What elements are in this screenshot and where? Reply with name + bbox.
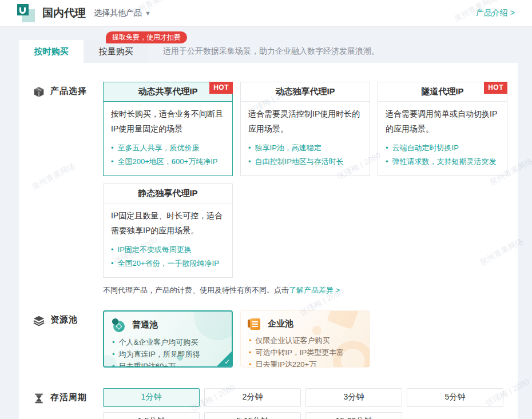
pool-bullet: 可选中转IP，IP类型更丰富 <box>249 346 362 358</box>
note-text: 不同代理产品，产品的计费、使用及特性有所不同。点击 <box>103 286 289 294</box>
tab-label: 按量购买 <box>99 46 133 57</box>
product-card-title: 隧道代理IP <box>421 86 463 97</box>
product-card-bullets: IP固定不变或每周更换全国20+省份，一手散段纯净IP <box>111 243 225 270</box>
product-card[interactable]: 隧道代理IP HOT 适合需要调用简单或自动切换IP的应用场景。 云端自动定时切… <box>378 82 507 176</box>
product-difference-note: 不同代理产品，产品的计费、使用及特性有所不同。点击了解产品差异 > <box>103 285 507 296</box>
section-label-period: 存活周期 <box>50 392 87 403</box>
pool-name: 普通池 <box>132 320 158 330</box>
product-card-bullet: 至多五人共享，质优价廉 <box>111 141 225 155</box>
normal-pool-icon <box>112 318 126 332</box>
purchase-tab[interactable]: 按时购买 <box>19 40 84 63</box>
section-label-pool: 资源池 <box>50 314 78 325</box>
tabs-container: 按时购买按量购买 <box>19 40 148 63</box>
product-card-bullet: 云端自动定时切换IP <box>386 141 499 155</box>
period-option[interactable]: 15-30分钟 <box>305 412 402 419</box>
period-option[interactable]: 2分钟 <box>204 388 301 407</box>
product-card[interactable]: 静态独享代理IP IP固定且数量、时长可控，适合需要独享IP的应用场景。 IP固… <box>103 183 233 278</box>
product-card-bullets: 云端自动定时切换IP弹性请求数，支持短期灵活突发 <box>386 141 499 169</box>
pool-bullet: 仅限企业认证客户购买 <box>249 334 362 346</box>
period-option[interactable]: 5-15分钟 <box>204 412 301 419</box>
section-label-product: 产品选择 <box>50 86 87 97</box>
product-card-bullets: 独享IP池，高速稳定自由控制IP地区与存活时长 <box>248 141 362 169</box>
product-card-title: 动态独享代理IP <box>275 86 335 97</box>
product-card-bullet: IP固定不变或每周更换 <box>111 243 225 257</box>
product-card[interactable]: 动态共享代理IP HOT 按时长购买，适合业务不间断且IP使用量固定的场景 至多… <box>103 82 233 176</box>
product-card-bullet: 自由控制IP地区与存活时长 <box>248 155 362 169</box>
product-intro-link[interactable]: 产品介绍 > <box>476 8 515 18</box>
resource-pool-card[interactable]: 企业池 仅限企业认证客户购买可选中转IP，IP类型更丰富日去重IP达220+万 <box>240 310 370 368</box>
layers-icon <box>33 315 45 326</box>
hot-badge: HOT <box>209 82 233 94</box>
free-extract-badge: 提取免费，使用才扣费 <box>106 31 187 43</box>
product-cards-row-2: 静态独享代理IP IP固定且数量、时长可控，适合需要独享IP的应用场景。 IP固… <box>103 183 507 278</box>
pool-bullets: 仅限企业认证客户购买可选中转IP，IP类型更丰富日去重IP达220+万 <box>249 334 362 368</box>
pool-bullet: 日去重IP达220+万 <box>249 358 362 368</box>
hourglass-icon <box>33 393 45 404</box>
product-switcher-label: 选择其他产品 <box>94 8 142 18</box>
period-option[interactable]: 1-5分钟 <box>103 412 200 419</box>
tabs-description: 适用于公开数据采集场景，助力企业融入数字经济发展浪潮。 <box>163 46 379 57</box>
chevron-down-icon: ▼ <box>145 10 151 17</box>
product-cards-row-1: 动态共享代理IP HOT 按时长购买，适合业务不间断且IP使用量固定的场景 至多… <box>103 82 507 176</box>
page-title: 国内代理 <box>42 6 86 21</box>
package-icon <box>33 86 45 98</box>
purchase-tab[interactable]: 按量购买 <box>84 40 148 63</box>
app-logo-icon <box>17 4 35 22</box>
resource-pool-card[interactable]: 普通池 个人&企业客户均可购买均为直连IP，所见即所得日去重IP达60+万 ✓ <box>103 310 233 368</box>
pool-bullet: 日去重IP达60+万 <box>112 360 224 368</box>
pool-bullets: 个人&企业客户均可购买均为直连IP，所见即所得日去重IP达60+万 <box>112 336 224 368</box>
product-card-bullet: 独享IP池，高速稳定 <box>248 141 362 155</box>
product-card-title: 动态共享代理IP <box>138 86 197 97</box>
product-card-description: 按时长购买，适合业务不间断且IP使用量固定的场景 <box>111 107 225 137</box>
app-header: 国内代理 选择其他产品 ▼ 产品介绍 > <box>0 0 532 27</box>
period-options: 1分钟2分钟3分钟5分钟1-5分钟5-15分钟15-30分钟 <box>103 388 505 419</box>
product-switcher-dropdown[interactable]: 选择其他产品 ▼ <box>94 8 151 18</box>
product-card-description: 适合需要灵活控制IP使用时长的应用场景。 <box>248 107 362 137</box>
product-card-bullet: 全国20+省份，一手散段纯净IP <box>111 257 225 270</box>
product-card-bullets: 至多五人共享，质优价廉全国200+地区，600+万纯净IP <box>111 141 225 169</box>
product-card-bullet: 弹性请求数，支持短期灵活突发 <box>386 155 499 169</box>
main-panel: 产品选择 动态共享代理IP HOT 按时长购买，适合业务不间断且IP使用量固定的… <box>19 63 518 419</box>
product-card-description: IP固定且数量、时长可控，适合需要独享IP的应用场景。 <box>111 209 225 238</box>
hot-badge: HOT <box>484 82 507 94</box>
pools-row: 普通池 个人&企业客户均可购买均为直连IP，所见即所得日去重IP达60+万 ✓ … <box>103 310 506 368</box>
period-option[interactable]: 3分钟 <box>305 388 402 407</box>
product-card-bullet: 全国200+地区，600+万纯净IP <box>111 155 225 169</box>
product-card-title: 静态独享代理IP <box>138 188 197 199</box>
period-option[interactable]: 5分钟 <box>407 388 503 407</box>
pool-bullet: 均为直连IP，所见即所得 <box>112 348 224 360</box>
tab-label: 按时购买 <box>34 46 69 57</box>
product-card[interactable]: 动态独享代理IP 适合需要灵活控制IP使用时长的应用场景。 独享IP池，高速稳定… <box>240 82 370 176</box>
pool-bullet: 个人&企业客户均可购买 <box>112 336 224 348</box>
enterprise-pool-icon <box>249 318 261 330</box>
pool-name: 企业池 <box>268 318 293 329</box>
product-card-description: 适合需要调用简单或自动切换IP的应用场景。 <box>386 107 499 137</box>
purchase-tabs: 提取免费，使用才扣费 按时购买按量购买 适用于公开数据采集场景，助力企业融入数字… <box>19 27 532 63</box>
product-difference-link[interactable]: 了解产品差异 > <box>289 286 340 294</box>
period-option[interactable]: 1分钟 <box>103 388 200 407</box>
